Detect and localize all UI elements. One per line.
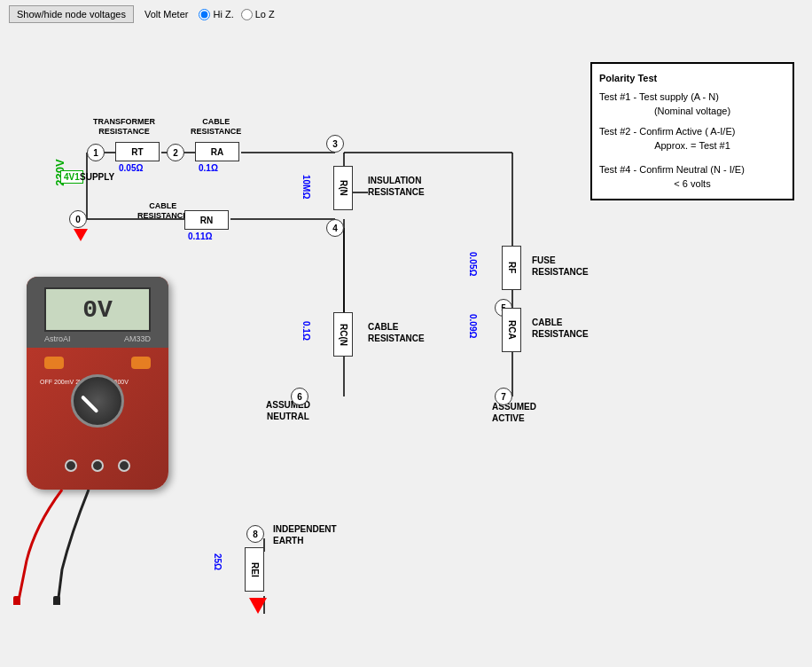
meter-dial[interactable] xyxy=(71,374,124,428)
rt-value: 0.05Ω xyxy=(119,163,143,173)
cable-resistance-mid-label: CABLERESISTANCE xyxy=(137,201,188,221)
lo-z-option[interactable]: Lo Z xyxy=(241,9,275,20)
circuit-area: 230V 4V1 SUPPLY 0 1 TRANSFORMERRESISTANC… xyxy=(0,28,812,658)
polarity-test1: Test #1 - Test supply (A - N) xyxy=(599,90,785,105)
lo-z-label: Lo Z xyxy=(255,9,275,20)
svg-rect-18 xyxy=(13,596,20,605)
meter-button-left[interactable] xyxy=(44,357,64,369)
node-0: 0 xyxy=(69,210,87,228)
hi-z-radio[interactable] xyxy=(199,9,210,20)
node-7: 7 xyxy=(495,388,512,405)
multimeter: 0V AstroAI AM33D OFF 200mV 2V 20V 200V 6… xyxy=(27,277,186,516)
meter-button-right[interactable] xyxy=(131,357,151,369)
polarity-test2-sub: Approx. = Test #1 xyxy=(599,138,785,153)
ra-resistor: RA xyxy=(195,142,239,161)
rcin-resistor: RC(N xyxy=(333,312,353,357)
node-2: 2 xyxy=(167,144,184,161)
node-6: 6 xyxy=(291,388,308,405)
rei-value: 25Ω xyxy=(213,553,223,570)
lo-z-radio[interactable] xyxy=(241,9,253,20)
node-3: 3 xyxy=(326,135,344,153)
meter-top: 0V AstroAI AM33D xyxy=(27,277,168,348)
rt-resistor: RT xyxy=(115,142,160,161)
meter-display-value: 0V xyxy=(82,296,113,324)
cable-resistance-rcin-label: CABLERESISTANCE xyxy=(368,321,425,344)
rain-value: 10MΩ xyxy=(301,175,311,199)
show-hide-button[interactable]: Show/hide node voltages xyxy=(9,5,134,23)
meter-body: 0V AstroAI AM33D OFF 200mV 2V 20V 200V 6… xyxy=(27,277,168,490)
supply-4v1-label: 4V1 xyxy=(64,172,80,182)
meter-terminal-1[interactable] xyxy=(65,459,77,472)
rn-resistor: RN xyxy=(184,210,229,230)
node-4: 4 xyxy=(326,219,344,237)
polarity-test4-sub: < 6 volts xyxy=(599,177,785,192)
rn-value: 0.11Ω xyxy=(188,231,212,241)
rca-value: 0.09Ω xyxy=(468,314,478,338)
radio-group: Hi Z. Lo Z xyxy=(199,9,274,20)
probe-svg xyxy=(9,490,186,605)
supply-text: SUPPLY xyxy=(80,172,114,182)
meter-dial-indicator xyxy=(81,395,99,413)
ground-arrow-rei xyxy=(249,598,267,614)
meter-model: AM33D xyxy=(124,334,151,343)
hi-z-option[interactable]: Hi Z. xyxy=(199,9,233,20)
toolbar: Show/hide node voltages Volt Meter Hi Z.… xyxy=(0,0,812,28)
meter-terminal-3[interactable] xyxy=(118,459,130,472)
meter-terminals xyxy=(65,459,130,472)
meter-terminal-2[interactable] xyxy=(91,459,104,472)
ground-arrow-0 xyxy=(74,229,88,241)
polarity-title: Polarity Test xyxy=(599,71,785,86)
rf-resistor: RF xyxy=(502,246,521,290)
svg-rect-19 xyxy=(53,596,60,605)
meter-display: 0V xyxy=(44,287,151,332)
polarity-box: Polarity Test Test #1 - Test supply (A -… xyxy=(590,62,794,200)
polarity-test2: Test #2 - Confirm Active ( A-I/E) xyxy=(599,124,785,139)
node-1: 1 xyxy=(87,144,105,161)
scale-off: OFF xyxy=(40,379,52,385)
hi-z-label: Hi Z. xyxy=(213,9,233,20)
transformer-resistance-label: TRANSFORMERRESISTANCE xyxy=(93,117,155,137)
probes-area xyxy=(9,490,186,605)
cable-resistance-rca-label: CABLERESISTANCE xyxy=(532,317,589,340)
rei-resistor: REI xyxy=(245,547,264,592)
node-8: 8 xyxy=(246,525,264,543)
meter-brand: AstroAI xyxy=(44,334,71,343)
polarity-test4: Test #4 - Confirm Neutral (N - I/E) xyxy=(599,162,785,177)
polarity-test1-sub: (Nominal voltage) xyxy=(599,104,785,119)
fuse-resistance-label: FUSERESISTANCE xyxy=(532,255,589,278)
rcin-value: 0.1Ω xyxy=(301,321,311,341)
ra-value: 0.1Ω xyxy=(199,163,218,173)
scale-200mv: 200mV xyxy=(54,379,74,385)
insulation-resistance-label: INSULATIONRESISTANCE xyxy=(368,175,425,198)
rain-resistor: R(N xyxy=(333,166,353,210)
volt-meter-label: Volt Meter xyxy=(144,9,189,20)
independent-earth-label: INDEPENDENTEARTH xyxy=(273,523,337,546)
rca-resistor: RCA xyxy=(502,308,521,352)
rf-value: 0.05Ω xyxy=(468,252,478,276)
cable-resistance-top-label: CABLERESISTANCE xyxy=(191,117,241,137)
